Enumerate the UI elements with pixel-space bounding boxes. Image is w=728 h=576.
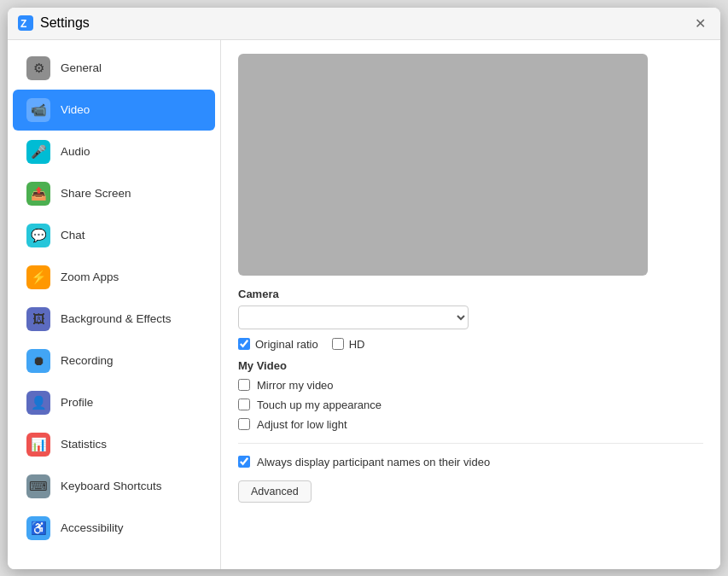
main-panel: Camera Original ratio HD My Video	[221, 40, 720, 569]
settings-window: Z Settings ✕ ⚙General📹Video🎤Audio📤Share …	[8, 8, 720, 569]
mirror-label: Mirror my video	[257, 379, 334, 392]
original-ratio-label: Original ratio	[255, 338, 318, 351]
titlebar-left: Z Settings	[18, 15, 90, 31]
low-light-checkbox[interactable]: Adjust for low light	[238, 418, 703, 431]
sidebar-item-video[interactable]: 📹Video	[13, 90, 215, 131]
original-ratio-checkbox[interactable]: Original ratio	[238, 338, 318, 351]
low-light-label: Adjust for low light	[257, 418, 347, 431]
sidebar-item-label-share-screen: Share Screen	[61, 187, 131, 200]
chat-icon: 💬	[26, 224, 50, 247]
hd-checkbox[interactable]: HD	[332, 338, 365, 351]
statistics-icon: 📊	[26, 433, 50, 457]
my-video-section: My Video Mirror my video Touch up my app…	[238, 359, 703, 431]
low-light-input[interactable]	[238, 418, 250, 430]
sidebar: ⚙General📹Video🎤Audio📤Share Screen💬Chat⚡Z…	[8, 40, 221, 569]
sidebar-item-label-keyboard-shortcuts: Keyboard Shortcuts	[61, 480, 162, 492]
divider	[238, 443, 703, 444]
sidebar-item-label-profile: Profile	[61, 396, 93, 409]
background-effects-icon: 🖼	[26, 307, 50, 331]
share-screen-icon: 📤	[26, 182, 50, 206]
my-video-checkboxes: Mirror my video Touch up my appearance A…	[238, 379, 703, 431]
sidebar-item-label-chat: Chat	[61, 229, 85, 241]
profile-icon: 👤	[26, 391, 50, 415]
hd-label: HD	[349, 338, 365, 351]
advanced-button[interactable]: Advanced	[238, 480, 312, 503]
touch-up-input[interactable]	[238, 399, 250, 410]
sidebar-item-background-effects[interactable]: 🖼Background & Effects	[13, 299, 215, 340]
sidebar-item-label-background-effects: Background & Effects	[61, 312, 172, 325]
audio-icon: 🎤	[26, 140, 50, 164]
sidebar-item-accessibility[interactable]: ♿Accessibility	[13, 508, 215, 549]
svg-text:Z: Z	[20, 18, 26, 30]
accessibility-icon: ♿	[26, 516, 50, 540]
my-video-title: My Video	[238, 359, 703, 372]
zoom-icon: Z	[18, 15, 33, 31]
sidebar-item-label-statistics: Statistics	[61, 438, 107, 451]
sidebar-item-recording[interactable]: ⏺Recording	[13, 340, 215, 381]
camera-select[interactable]	[238, 305, 469, 329]
always-display-label: Always display participant names on thei…	[257, 456, 490, 468]
close-button[interactable]: ✕	[690, 13, 710, 33]
sidebar-item-label-accessibility: Accessibility	[61, 521, 124, 534]
sidebar-item-share-screen[interactable]: 📤Share Screen	[13, 173, 215, 214]
always-display-input[interactable]	[238, 456, 250, 468]
sidebar-item-audio[interactable]: 🎤Audio	[13, 131, 215, 172]
video-icon: 📹	[26, 98, 50, 122]
camera-label: Camera	[238, 288, 703, 300]
general-icon: ⚙	[26, 56, 50, 80]
sidebar-item-label-audio: Audio	[61, 145, 90, 158]
touch-up-checkbox[interactable]: Touch up my appearance	[238, 399, 703, 411]
camera-preview	[238, 54, 648, 276]
sidebar-item-label-general: General	[61, 61, 102, 74]
ratio-row: Original ratio HD	[238, 338, 703, 351]
mirror-checkbox[interactable]: Mirror my video	[238, 379, 703, 392]
original-ratio-input[interactable]	[238, 338, 250, 350]
sidebar-item-statistics[interactable]: 📊Statistics	[13, 424, 215, 465]
sidebar-item-profile[interactable]: 👤Profile	[13, 382, 215, 423]
titlebar: Z Settings ✕	[8, 8, 720, 40]
mirror-input[interactable]	[238, 379, 250, 391]
content-area: ⚙General📹Video🎤Audio📤Share Screen💬Chat⚡Z…	[8, 40, 720, 569]
sidebar-item-chat[interactable]: 💬Chat	[13, 215, 215, 256]
sidebar-item-label-zoom-apps: Zoom Apps	[61, 271, 119, 283]
sidebar-item-label-recording: Recording	[61, 354, 114, 367]
sidebar-item-keyboard-shortcuts[interactable]: ⌨Keyboard Shortcuts	[13, 466, 215, 507]
keyboard-shortcuts-icon: ⌨	[26, 474, 50, 498]
zoom-apps-icon: ⚡	[26, 265, 50, 289]
sidebar-item-label-video: Video	[61, 103, 90, 116]
always-display-row: Always display participant names on thei…	[238, 456, 703, 468]
sidebar-item-general[interactable]: ⚙General	[13, 48, 215, 89]
window-title: Settings	[40, 15, 90, 31]
hd-input[interactable]	[332, 338, 344, 350]
recording-icon: ⏺	[26, 349, 50, 373]
touch-up-label: Touch up my appearance	[257, 399, 381, 411]
sidebar-item-zoom-apps[interactable]: ⚡Zoom Apps	[13, 257, 215, 298]
